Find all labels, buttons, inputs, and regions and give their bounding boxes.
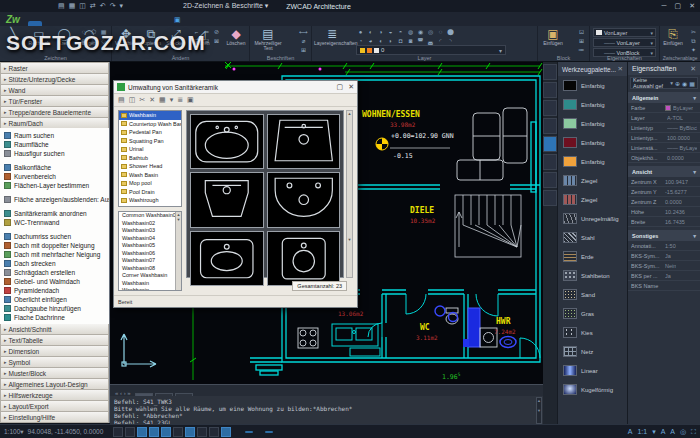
layer-state-icon[interactable]: ● xyxy=(356,28,365,36)
sidebar-item[interactable]: Hausfigur suchen xyxy=(0,149,109,158)
dialog-toolbar-icon[interactable]: ◫ xyxy=(129,96,136,104)
layer-properties-button[interactable]: ≣ Layereigenschaften xyxy=(314,27,350,46)
modify-tool-button[interactable]: ⧉ Kopieren xyxy=(140,27,162,46)
dimension-icon[interactable]: ⊞ xyxy=(299,46,308,54)
layer-state-icon[interactable]: ◙ xyxy=(406,37,415,45)
vertical-panel-tab[interactable] xyxy=(543,190,557,206)
palette-item[interactable]: Einfarbig xyxy=(558,76,627,95)
select-objects-icon[interactable]: ⊕ xyxy=(675,80,680,87)
sidebar-item[interactable]: Dach mit doppelter Neigung xyxy=(0,241,109,250)
paste-button[interactable]: ⎘ Einfügen xyxy=(662,27,684,46)
sidebar-item[interactable]: Raumfläche xyxy=(0,140,109,149)
modify-tool-button[interactable]: ✥ Verschieben xyxy=(115,27,137,46)
layer-state-icon[interactable]: ◎ xyxy=(426,28,435,36)
fixture-category[interactable]: Washtrough xyxy=(119,196,181,205)
vertical-panel-tab[interactable] xyxy=(543,82,557,98)
dialog-toolbar-icon[interactable]: ▤ xyxy=(118,96,125,104)
sidebar-item[interactable]: Dach strecken xyxy=(0,259,109,268)
fixture-list-item[interactable]: Corner Washbasin xyxy=(119,272,181,280)
layer-state-icon[interactable]: ◛ xyxy=(426,37,435,45)
fixture-list-item[interactable]: Washbasin03 xyxy=(119,227,181,235)
draw-extra-icons[interactable]: ◌⬠▦ ◍≋◇ xyxy=(79,28,108,45)
sidebar-section-header[interactable]: ▸ Symbol xyxy=(0,357,109,368)
sidebar-item[interactable]: Fläche anzeigen/ausblenden: Ausblenden xyxy=(0,195,109,204)
layer-state-icon[interactable]: ◓ xyxy=(396,28,405,36)
property-row[interactable]: Linientyp... 100.0000 xyxy=(628,133,700,143)
status-toggle[interactable] xyxy=(255,431,263,433)
sidebar-item[interactable]: Flächen-Layer bestimmen xyxy=(0,181,109,190)
fixture-category[interactable]: Squatting Pan xyxy=(119,137,181,146)
status-toggle[interactable] xyxy=(265,431,273,433)
fixture-category[interactable]: Wash Basin xyxy=(119,171,181,180)
list-scrollbar[interactable]: ▲▼ xyxy=(175,212,181,290)
property-row[interactable]: Höhe 10.2436 xyxy=(628,207,700,217)
preview-tile-round-basin[interactable] xyxy=(267,172,341,227)
dialog-toolbar-icon[interactable]: ▾ xyxy=(170,96,174,104)
insert-block-button[interactable]: ▣ Einfügen xyxy=(542,27,564,46)
palette-item[interactable]: Sand xyxy=(558,285,627,304)
palette-item[interactable]: Kugelförmig xyxy=(558,380,627,399)
close-button[interactable]: ✕ xyxy=(689,2,695,10)
annotation-status-icon[interactable]: ⛶ xyxy=(691,428,696,436)
property-row[interactable]: Zentrum Y -15.6277 xyxy=(628,187,700,197)
palette-item[interactable]: Gras xyxy=(558,304,627,323)
palette-item[interactable]: Ziegel xyxy=(558,190,627,209)
sidebar-section-header[interactable]: ▸ Wand xyxy=(0,84,109,95)
fixture-list-item[interactable]: Washbasin02 xyxy=(119,220,181,228)
quick-access-icon[interactable]: ◫ xyxy=(79,2,86,10)
palette-item[interactable]: Erde xyxy=(558,247,627,266)
quick-access-icon[interactable]: ▤ xyxy=(58,2,65,10)
preview-tile-small-basin[interactable] xyxy=(267,231,341,286)
draw-tool-button[interactable]: ╲ Linie xyxy=(3,27,25,46)
draw-tool-button[interactable]: ◯ Kreis xyxy=(53,27,75,46)
palette-item[interactable]: Einfarbig xyxy=(558,133,627,152)
layer-state-icon[interactable]: ◒ xyxy=(386,28,395,36)
draw-tool-button[interactable]: ▭ Rechteck xyxy=(28,27,50,46)
sidebar-item[interactable]: Giebel- und Walmdach xyxy=(0,277,109,286)
toggle-value-icon[interactable]: ▦ xyxy=(689,80,695,87)
vertical-panel-tab[interactable] xyxy=(543,118,557,134)
section-header[interactable]: Ansicht ▾ xyxy=(628,166,700,177)
preview-tile-washbasin[interactable] xyxy=(190,114,264,169)
vertical-panel-tab[interactable] xyxy=(543,100,557,116)
sidebar-item[interactable]: Dachgaube hinzufügen xyxy=(0,304,109,313)
block-extra-icons[interactable]: ⊡⊞≔ xyxy=(577,28,586,54)
quick-access-icon[interactable]: ⇄ xyxy=(90,2,96,10)
property-row[interactable]: BKS-Sym... Nein xyxy=(628,261,700,271)
fixture-category[interactable]: Countertop Wash Basin xyxy=(119,120,181,129)
dialog-toolbar-icon[interactable]: ✂ xyxy=(139,96,145,104)
status-toggle[interactable] xyxy=(245,431,253,433)
command-window[interactable]: « ‹ › » Befehl: S41_TWK3Bitte wählen Sie… xyxy=(110,384,543,424)
sidebar-section-header[interactable]: ▸ Raster xyxy=(0,62,109,73)
close-icon[interactable]: ✕ xyxy=(618,65,623,73)
property-row[interactable]: Breite 16.7435 xyxy=(628,217,700,227)
dialog-title-bar[interactable]: Umwaltung von Sanitärkeramik ▢ ✕ xyxy=(114,81,357,94)
fixture-list-item[interactable]: Washbasin08 xyxy=(119,265,181,273)
sidebar-item[interactable]: WC-Trennwand xyxy=(0,218,109,227)
palette-item[interactable]: Einfarbig xyxy=(558,114,627,133)
property-row[interactable]: BKS Name xyxy=(628,281,700,291)
sidebar-section-header[interactable]: ▸ Layout/Export xyxy=(0,401,109,412)
layer-state-icon[interactable]: ◉ xyxy=(416,28,425,36)
sidebar-section-header[interactable]: ▸ Treppe/andere Bauelemente xyxy=(0,106,109,117)
fixture-category[interactable]: Bathtub xyxy=(119,154,181,163)
palette-item[interactable]: Unregelmäßig xyxy=(558,209,627,228)
status-toggle-icon[interactable] xyxy=(113,427,123,437)
close-icon[interactable]: ✕ xyxy=(690,65,696,73)
palette-item[interactable]: Stahlbeton xyxy=(558,266,627,285)
palette-header[interactable]: Werkzeugpalette... ✕ xyxy=(558,62,627,76)
status-toggle-icon[interactable] xyxy=(209,427,219,437)
property-dropdown[interactable]: VonLayer ▾ xyxy=(593,38,656,47)
sidebar-section-header[interactable]: ▸ Text/Tabelle xyxy=(0,335,109,346)
annotation-status-icon[interactable]: A xyxy=(661,428,666,436)
command-scrollbar[interactable]: ▲▼ xyxy=(536,397,542,424)
fixture-category[interactable]: Washbasin xyxy=(119,111,181,120)
annotation-status-icon[interactable]: 1:1 xyxy=(637,428,647,436)
quick-access-icon[interactable]: ↷ xyxy=(110,2,116,10)
property-row[interactable]: Farbe ByLayer xyxy=(628,103,700,113)
document-switcher[interactable]: 2D-Zeichnen & Beschrifte ▾ xyxy=(183,2,268,10)
layer-state-icon[interactable]: ◕ xyxy=(366,37,375,45)
preview-scrollbar[interactable]: ▲▼ xyxy=(346,110,353,278)
layer-state-icon[interactable]: ◔ xyxy=(356,37,365,45)
fixture-category[interactable]: Pedestal Pan xyxy=(119,128,181,137)
